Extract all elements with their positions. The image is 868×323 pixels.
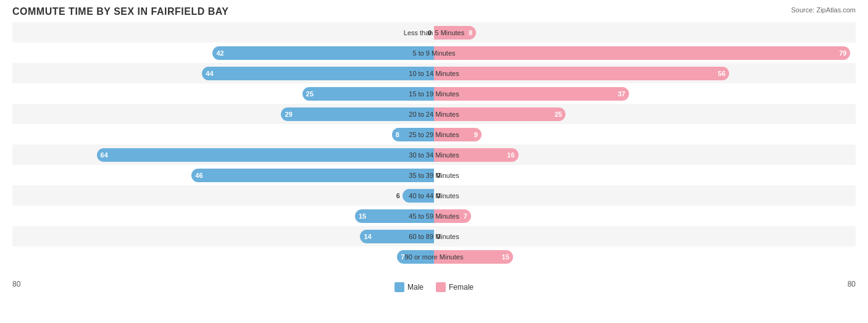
- male-value: 64: [97, 151, 112, 159]
- row-label: 15 to 19 Minutes: [409, 90, 459, 98]
- female-value: 37: [614, 90, 629, 98]
- female-value: 56: [714, 70, 729, 77]
- right-section: 16: [434, 145, 856, 165]
- right-section: 15: [434, 246, 856, 267]
- row-label: 90 or more Minutes: [405, 253, 464, 261]
- left-section: 44: [12, 63, 434, 83]
- row-label: 5 to 9 Minutes: [412, 49, 455, 57]
- male-value: 29: [281, 111, 296, 118]
- chart-container: COMMUTE TIME BY SEX IN FAIRFIELD BAY Sou…: [0, 0, 868, 323]
- male-value: 6: [396, 192, 400, 199]
- row-label: 35 to 39 Minutes: [409, 172, 459, 179]
- left-section: 25: [12, 83, 434, 104]
- bar-female: 79: [434, 46, 850, 60]
- right-section: 0: [434, 185, 856, 206]
- right-section: 9: [434, 124, 856, 145]
- row-label: 20 to 24 Minutes: [409, 111, 459, 118]
- axis-right-label: 80: [848, 280, 856, 292]
- table-row: 0Less than 5 Minutes8: [12, 22, 856, 43]
- axis-bottom: 80 Male Female 80: [12, 277, 856, 292]
- right-section: 0: [434, 165, 856, 185]
- left-section: 42: [12, 43, 434, 63]
- row-label: 10 to 14 Minutes: [409, 70, 459, 77]
- male-value: 15: [355, 212, 370, 220]
- table-row: 425 to 9 Minutes79: [12, 43, 856, 63]
- right-section: 7: [434, 206, 856, 226]
- left-section: 46: [12, 165, 434, 185]
- table-row: 4410 to 14 Minutes56: [12, 63, 856, 83]
- male-value: 14: [360, 233, 375, 240]
- row-label: 30 to 34 Minutes: [409, 151, 459, 159]
- table-row: 2515 to 19 Minutes37: [12, 83, 856, 104]
- bar-male: 64: [97, 148, 434, 162]
- male-value: 8: [392, 131, 403, 138]
- bar-male: 44: [202, 67, 434, 80]
- left-section: 7: [12, 246, 434, 267]
- male-value: 25: [303, 90, 317, 98]
- female-value: 79: [835, 49, 850, 57]
- right-section: 79: [434, 43, 856, 63]
- legend-female: Female: [436, 282, 474, 292]
- axis-left-label: 80: [12, 280, 20, 292]
- male-value: 42: [212, 49, 227, 57]
- right-section: 8: [434, 22, 856, 43]
- legend-female-box: [436, 282, 446, 292]
- female-value: 16: [503, 151, 518, 159]
- right-section: 25: [434, 104, 856, 124]
- right-section: 0: [434, 226, 856, 246]
- chart-title: COMMUTE TIME BY SEX IN FAIRFIELD BAY: [12, 6, 856, 17]
- bar-female: 37: [434, 87, 629, 101]
- bar-female: 56: [434, 67, 729, 80]
- table-row: 790 or more Minutes15: [12, 246, 856, 267]
- row-label: 25 to 29 Minutes: [409, 131, 459, 138]
- left-section: 15: [12, 206, 434, 226]
- left-section: 29: [12, 104, 434, 124]
- table-row: 4635 to 39 Minutes0: [12, 165, 856, 185]
- table-row: 6430 to 34 Minutes16: [12, 145, 856, 165]
- right-section: 56: [434, 63, 856, 83]
- left-section: 6: [12, 185, 434, 206]
- table-row: 2920 to 24 Minutes25: [12, 104, 856, 124]
- table-row: 640 to 44 Minutes0: [12, 185, 856, 206]
- table-row: 825 to 29 Minutes9: [12, 124, 856, 145]
- female-value: 15: [498, 253, 513, 261]
- table-row: 1460 to 89 Minutes0: [12, 226, 856, 246]
- female-value: 25: [551, 111, 565, 118]
- female-value: 8: [465, 29, 476, 36]
- chart-area: 0Less than 5 Minutes8425 to 9 Minutes794…: [12, 22, 856, 277]
- legend-female-label: Female: [449, 283, 474, 292]
- row-label: 60 to 89 Minutes: [409, 233, 459, 240]
- bar-male: 46: [191, 169, 434, 182]
- legend-male-box: [394, 282, 404, 292]
- row-label: 45 to 59 Minutes: [409, 212, 459, 220]
- male-value: 46: [191, 172, 206, 179]
- male-value: 44: [202, 70, 217, 77]
- legend-male: Male: [394, 282, 424, 292]
- bar-male: 42: [212, 46, 434, 60]
- left-section: 64: [12, 145, 434, 165]
- left-section: 14: [12, 226, 434, 246]
- legend-male-label: Male: [407, 283, 424, 292]
- female-value: 9: [470, 131, 482, 138]
- table-row: 1545 to 59 Minutes7: [12, 206, 856, 226]
- female-value: 7: [460, 212, 471, 220]
- left-section: 8: [12, 124, 434, 145]
- source-label: Source: ZipAtlas.com: [791, 6, 856, 14]
- row-label: Less than 5 Minutes: [404, 29, 464, 36]
- right-section: 37: [434, 83, 856, 104]
- row-label: 40 to 44 Minutes: [409, 192, 459, 199]
- left-section: 0: [12, 22, 434, 43]
- legend: Male Female: [394, 282, 474, 292]
